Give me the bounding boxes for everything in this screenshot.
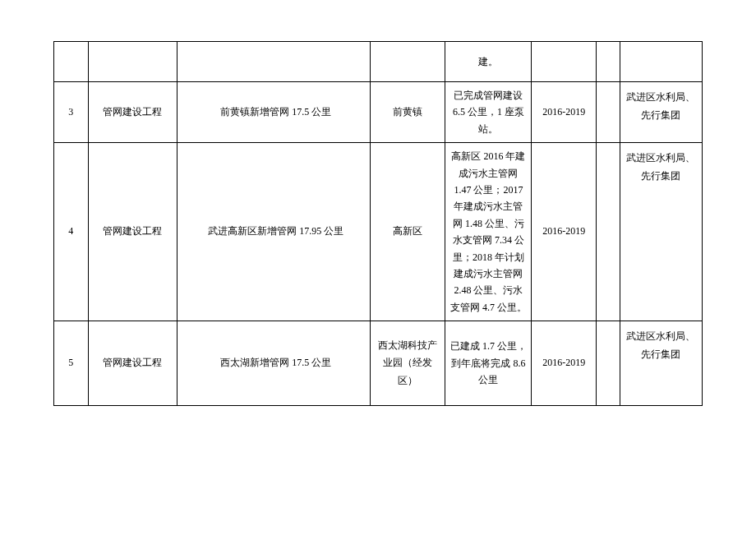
cell-proj: 管网建设工程 xyxy=(88,143,177,321)
cell-desc: 西太湖新增管网 17.5 公里 xyxy=(177,321,370,406)
cell-text: 管网建设工程 xyxy=(103,225,162,237)
cell-loc: 高新区 xyxy=(370,143,445,321)
cell-text: 武进区水利局、先行集团 xyxy=(626,330,695,360)
cell-year xyxy=(532,42,597,82)
cell-empty-a xyxy=(597,143,620,321)
cell-year: 2016-2019 xyxy=(532,143,597,321)
cell-proj xyxy=(88,42,177,82)
data-table: 建。 3 管网建设工程 前黄镇新增管网 17.5 公里 前黄镇 已完成管网建设 … xyxy=(53,41,703,406)
cell-status: 高新区 2016 年建成污水主管网 1.47 公里；2017 年建成污水主管网 … xyxy=(445,143,532,321)
cell-proj: 管网建设工程 xyxy=(88,82,177,143)
cell-text: 2016-2019 xyxy=(542,225,585,237)
cell-empty-a xyxy=(597,321,620,406)
cell-text: 武进高新区新增管网 17.95 公里 xyxy=(208,225,343,237)
cell-text: 武进区水利局、先行集团 xyxy=(626,152,695,182)
cell-text: 前黄镇 xyxy=(393,106,422,118)
cell-status: 已完成管网建设 6.5 公里，1 座泵站。 xyxy=(445,82,532,143)
cell-proj: 管网建设工程 xyxy=(88,321,177,406)
cell-org: 武进区水利局、先行集团 xyxy=(620,321,702,406)
cell-status: 已建成 1.7 公里，到年底将完成 8.6 公里 xyxy=(445,321,532,406)
cell-text: 高新区 xyxy=(393,225,422,237)
cell-text: 高新区 2016 年建成污水主管网 1.47 公里；2017 年建成污水主管网 … xyxy=(449,148,528,316)
cell-desc: 前黄镇新增管网 17.5 公里 xyxy=(177,82,370,143)
cell-desc: 武进高新区新增管网 17.95 公里 xyxy=(177,143,370,321)
cell-year: 2016-2019 xyxy=(532,82,597,143)
cell-year: 2016-2019 xyxy=(532,321,597,406)
cell-org: 武进区水利局、先行集团 xyxy=(620,143,702,321)
cell-empty-a xyxy=(597,82,620,143)
cell-text: 武进区水利局、先行集团 xyxy=(626,91,695,121)
cell-text: 2016-2019 xyxy=(542,106,585,118)
cell-text: 2016-2019 xyxy=(542,357,585,368)
cell-loc: 前黄镇 xyxy=(370,82,445,143)
cell-org xyxy=(620,42,702,82)
cell-text: 西太湖新增管网 17.5 公里 xyxy=(220,357,331,368)
cell-text: 建。 xyxy=(478,56,498,67)
table-row: 5 管网建设工程 西太湖新增管网 17.5 公里 西太湖科技产业园（经发区） 已… xyxy=(54,321,703,406)
cell-text: 前黄镇新增管网 17.5 公里 xyxy=(220,106,331,118)
cell-loc: 西太湖科技产业园（经发区） xyxy=(370,321,445,406)
cell-status: 建。 xyxy=(445,42,532,82)
table-row: 3 管网建设工程 前黄镇新增管网 17.5 公里 前黄镇 已完成管网建设 6.5… xyxy=(54,82,703,143)
cell-idx: 5 xyxy=(54,321,89,406)
table-row: 4 管网建设工程 武进高新区新增管网 17.95 公里 高新区 高新区 2016… xyxy=(54,143,703,321)
cell-org: 武进区水利局、先行集团 xyxy=(620,82,702,143)
cell-idx xyxy=(54,42,89,82)
cell-text: 西太湖科技产业园（经发区） xyxy=(378,339,437,386)
cell-empty-a xyxy=(597,42,620,82)
cell-idx: 4 xyxy=(54,143,89,321)
cell-text: 已建成 1.7 公里，到年底将完成 8.6 公里 xyxy=(450,340,527,385)
cell-text: 已完成管网建设 6.5 公里，1 座泵站。 xyxy=(453,90,524,135)
cell-desc xyxy=(177,42,370,82)
cell-text: 4 xyxy=(68,225,73,237)
cell-text: 管网建设工程 xyxy=(103,357,162,368)
cell-text: 5 xyxy=(68,357,73,368)
cell-idx: 3 xyxy=(54,82,89,143)
table-row-partial: 建。 xyxy=(54,42,703,82)
cell-loc xyxy=(370,42,445,82)
cell-text: 3 xyxy=(68,106,73,118)
cell-text: 管网建设工程 xyxy=(103,106,162,118)
